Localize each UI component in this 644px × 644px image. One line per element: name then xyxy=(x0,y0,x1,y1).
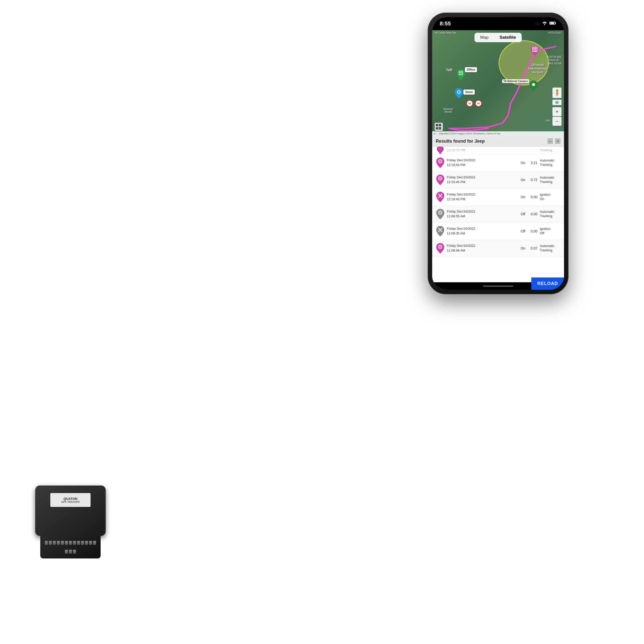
table-row[interactable]: Friday Dec/16/2022 12:19:40 PM On 0.00 I… xyxy=(432,188,564,206)
row-icon xyxy=(434,243,447,254)
map-area: he Castle Belle Isle Taft NORTHLAKE PARK… xyxy=(432,30,564,136)
connector-pin xyxy=(81,541,84,545)
speed-sign-1: 90 xyxy=(466,100,473,107)
status-icons: ···· xyxy=(535,21,556,26)
home-indicator xyxy=(483,286,513,287)
row-type: Automatic Tracking xyxy=(540,210,562,218)
row-distance: 3.21 xyxy=(528,161,540,165)
google-icon: G xyxy=(434,132,438,135)
gps-device: QUATON GPS TRACKER xyxy=(30,486,111,556)
zoom-in-button[interactable]: + xyxy=(552,107,561,116)
connector-pin xyxy=(65,541,68,545)
svg-point-17 xyxy=(556,102,557,103)
connector-pin xyxy=(85,541,88,545)
connector-pin xyxy=(93,541,96,545)
results-table: Friday Dec/16/2022 12:19:54 PM On 3.21 A… xyxy=(432,154,564,282)
connector-pin xyxy=(77,541,80,545)
connector-pin xyxy=(61,541,64,545)
ta-national-pin: TA National Campus xyxy=(530,81,538,92)
map-controls: 🧍 + − xyxy=(552,88,561,126)
connector-pin xyxy=(69,541,72,545)
header-buttons: – × xyxy=(547,138,560,144)
map-label-taft: Taft xyxy=(446,68,452,72)
airport-label: Orlando International Airport xyxy=(528,63,548,74)
svg-point-0 xyxy=(544,24,545,25)
partial-date: 12:19:72 PM xyxy=(447,148,518,152)
phone-screen: 8:55 ···· xyxy=(432,17,564,290)
row-date: Friday Dec/16/2022 12:19:45 PM xyxy=(447,175,518,184)
row-type: Ignition Off xyxy=(540,227,562,235)
map-label-la: LAK xyxy=(545,119,550,122)
device-brand: QUATON xyxy=(63,497,77,501)
route-path xyxy=(432,30,564,136)
table-row[interactable]: Friday Dec/16/2022 12:19:54 PM On 3.21 A… xyxy=(432,154,564,171)
connector-pin xyxy=(89,541,92,545)
status-time: 8:55 xyxy=(440,20,451,27)
tracking-pin xyxy=(531,45,539,57)
connector-pin xyxy=(49,541,52,545)
row-type: Automatic Tracking xyxy=(540,176,562,184)
row-icon-col xyxy=(434,147,447,154)
table-row[interactable]: Friday Dec/16/2022 11:08:35 AM Off 0.00 … xyxy=(432,223,564,240)
status-bar: 8:55 ···· xyxy=(432,17,564,30)
row-status: On xyxy=(518,195,528,199)
connector-pin xyxy=(73,541,76,545)
row-icon xyxy=(434,192,447,202)
map-location-btn[interactable] xyxy=(552,100,561,105)
row-distance: 0.00 xyxy=(528,212,540,216)
row-type: Ignition On xyxy=(540,193,562,201)
row-distance: 0.72 xyxy=(528,178,540,182)
connector-pin xyxy=(73,550,76,554)
table-row[interactable]: Friday Dec/16/2022 11:08:08 AM On 0.07 A… xyxy=(432,240,564,257)
map-label-meadow: Meadow Woods xyxy=(444,108,453,113)
store-pin: Store xyxy=(455,88,463,100)
map-grid-icon[interactable] xyxy=(435,123,443,131)
device-label-text: GPS TRACKER xyxy=(61,501,80,503)
partial-table-row: 12:19:72 PM Tracking xyxy=(432,147,564,154)
svg-text:G: G xyxy=(434,133,435,135)
table-row[interactable]: Friday Dec/16/2022 11:08:55 AM Off 0.00 … xyxy=(432,206,564,223)
row-icon xyxy=(434,157,447,168)
map-attribution: G Map data ©2023 Imagery ©2023 TerraMetr… xyxy=(432,131,564,136)
map-label-northlake: NORTHLAKE PARK AT LAKE NONA xyxy=(547,55,562,65)
svg-rect-3 xyxy=(555,23,556,24)
wifi-icon xyxy=(542,21,547,26)
table-row[interactable]: Friday Dec/16/2022 12:19:45 PM On 0.72 A… xyxy=(432,171,564,188)
row-date: Friday Dec/16/2022 11:08:35 AM xyxy=(447,226,518,235)
svg-rect-2 xyxy=(550,22,554,24)
row-type: Automatic Tracking xyxy=(540,244,562,253)
phone-frame: 8:55 ···· xyxy=(428,13,569,294)
row-date: Friday Dec/16/2022 11:08:08 AM xyxy=(447,244,518,253)
ta-national-label: TA National Campus xyxy=(502,79,529,83)
svg-point-20 xyxy=(438,177,442,180)
satellite-tab[interactable]: Satellite xyxy=(494,33,521,42)
map-label-vista: VISTA EAST xyxy=(548,31,562,34)
connector-pin xyxy=(45,541,48,545)
reload-button[interactable]: RELOAD xyxy=(531,277,564,282)
row-status: On xyxy=(518,246,528,250)
results-header: Results found for Jeep – × xyxy=(432,136,564,147)
row-icon xyxy=(434,209,447,219)
results-panel: Results found for Jeep – × 12:19:72 PM xyxy=(432,136,564,282)
row-icon xyxy=(434,226,447,236)
device-body: QUATON GPS TRACKER xyxy=(35,486,106,536)
connector-pin xyxy=(57,541,60,545)
minimize-button[interactable]: – xyxy=(547,138,553,144)
row-date: Friday Dec/16/2022 11:08:55 AM xyxy=(447,209,518,218)
map-toggle: Map Satellite xyxy=(474,33,522,42)
svg-point-19 xyxy=(438,159,442,163)
row-distance: 0.07 xyxy=(528,246,540,250)
connector-pin xyxy=(65,550,68,554)
row-icon xyxy=(434,175,447,185)
map-tab[interactable]: Map xyxy=(475,33,494,42)
connector-pin xyxy=(53,541,56,545)
office-label: Office xyxy=(465,67,477,72)
map-background: he Castle Belle Isle Taft NORTHLAKE PARK… xyxy=(432,30,564,136)
zoom-out-button[interactable]: − xyxy=(552,117,561,126)
office-pin: Office xyxy=(457,69,465,81)
device-connector xyxy=(40,536,101,558)
signal-icon: ···· xyxy=(535,22,540,26)
close-button[interactable]: × xyxy=(555,138,560,144)
street-view-button[interactable]: 🧍 xyxy=(552,88,561,98)
row-status: On xyxy=(518,161,528,165)
